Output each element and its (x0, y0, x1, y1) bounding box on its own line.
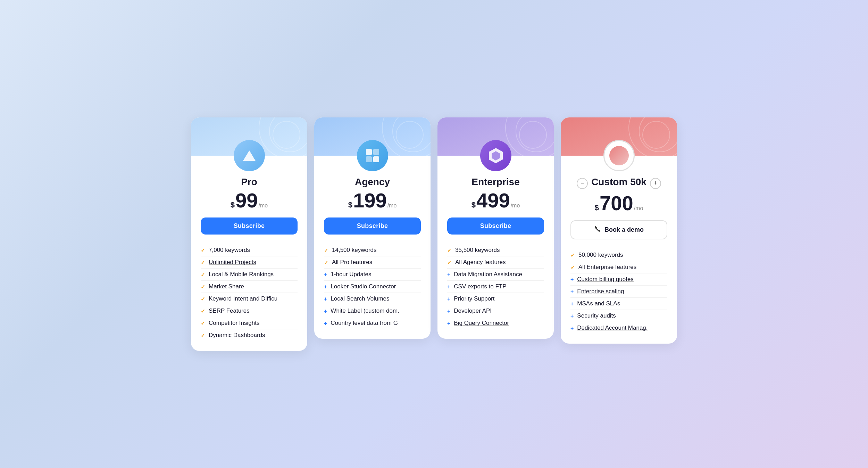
price-amount: 199 (353, 190, 387, 211)
feature-item: + White Label (custom dom. (324, 305, 421, 317)
card-body: − Custom 50k + $ 700 /mo Book a demo ✓ 5… (561, 156, 677, 344)
check-icon: ✓ (447, 247, 452, 254)
feature-text: Competitor Insights (209, 320, 298, 327)
plan-icon-pro (234, 140, 265, 171)
feature-text: Dedicated Account Manag. (577, 325, 667, 331)
card-header (314, 117, 431, 156)
feature-item: + Dedicated Account Manag. (570, 322, 667, 334)
check-icon: ✓ (447, 260, 452, 266)
subscribe-button[interactable]: Subscribe (447, 217, 544, 235)
feature-text: Security audits (577, 312, 667, 319)
plus-icon: + (447, 320, 450, 327)
feature-text: Keyword Intent and Difficu (209, 295, 298, 302)
feature-text: Country level data from G (331, 320, 421, 327)
feature-item: ✓ SERP Features (201, 305, 298, 317)
price-amount: 99 (235, 190, 258, 211)
plus-icon: + (570, 313, 574, 319)
decrement-button[interactable]: − (577, 178, 588, 189)
custom-plan-header: − Custom 50k + (570, 176, 667, 190)
card-header (561, 117, 677, 156)
check-icon: ✓ (570, 264, 575, 271)
subscribe-button[interactable]: Subscribe (324, 217, 421, 235)
check-icon: ✓ (570, 252, 575, 258)
check-icon: ✓ (324, 247, 328, 254)
feature-item: ✓ 7,000 keywords (201, 244, 298, 256)
svg-rect-3 (373, 156, 379, 162)
plan-price: $ 99 /mo (201, 190, 298, 211)
pricing-card-agency: Agency $ 199 /mo Subscribe ✓ 14,500 keyw… (314, 117, 431, 339)
check-icon: ✓ (201, 332, 205, 339)
price-amount: 700 (600, 193, 633, 213)
plan-name: Enterprise (447, 176, 544, 188)
feature-text: All Pro features (332, 259, 421, 266)
svg-rect-1 (373, 149, 379, 155)
feature-text: Market Share (209, 283, 298, 290)
svg-rect-0 (366, 149, 372, 155)
card-header (437, 117, 554, 156)
plus-icon: + (447, 272, 450, 278)
feature-list: ✓ 14,500 keywords ✓ All Pro features + 1… (324, 244, 421, 329)
price-period: /mo (259, 203, 268, 209)
feature-text: Developer API (454, 307, 544, 314)
feature-list: ✓ 35,500 keywords ✓ All Agency features … (447, 244, 544, 329)
plus-icon: + (324, 296, 327, 302)
pricing-container: Pro $ 99 /mo Subscribe ✓ 7,000 keywords … (191, 117, 677, 351)
increment-button[interactable]: + (650, 178, 661, 189)
feature-text: All Enterprise features (578, 264, 667, 271)
check-icon: ✓ (201, 260, 205, 266)
plus-icon: + (324, 272, 327, 278)
feature-item: + CSV exports to FTP (447, 281, 544, 293)
feature-item: + Data Migration Assistance (447, 269, 544, 281)
feature-item: + Looker Studio Connector (324, 281, 421, 293)
feature-text: Local Search Volumes (331, 295, 421, 302)
check-icon: ✓ (201, 272, 205, 278)
demo-button[interactable]: Book a demo (570, 220, 667, 239)
feature-text: Local & Mobile Rankings (209, 271, 298, 278)
check-icon: ✓ (201, 284, 205, 290)
check-icon: ✓ (201, 296, 205, 302)
price-period: /mo (387, 203, 397, 209)
feature-text: 1-hour Updates (331, 271, 421, 278)
price-dollar: $ (471, 200, 476, 210)
feature-item: ✓ All Enterprise features (570, 261, 667, 273)
feature-item: ✓ 14,500 keywords (324, 244, 421, 256)
price-amount: 499 (476, 190, 510, 211)
plus-icon: + (324, 284, 327, 290)
check-icon: ✓ (324, 260, 328, 266)
feature-text: All Agency features (455, 259, 544, 266)
feature-item: + 1-hour Updates (324, 269, 421, 281)
subscribe-button[interactable]: Subscribe (201, 217, 298, 235)
feature-item: ✓ Keyword Intent and Difficu (201, 293, 298, 305)
feature-item: ✓ Local & Mobile Rankings (201, 269, 298, 281)
plus-icon: + (447, 296, 450, 302)
pricing-card-pro: Pro $ 99 /mo Subscribe ✓ 7,000 keywords … (191, 117, 307, 351)
feature-text: SERP Features (209, 307, 298, 314)
feature-item: + Country level data from G (324, 317, 421, 329)
phone-icon (594, 225, 601, 234)
plan-icon-custom (603, 140, 635, 171)
feature-item: + Enterprise scaling (570, 286, 667, 298)
feature-item: ✓ 35,500 keywords (447, 244, 544, 256)
price-dollar: $ (595, 203, 599, 212)
plus-icon: + (324, 308, 327, 314)
plan-price: $ 199 /mo (324, 190, 421, 211)
feature-item: + MSAs and SLAs (570, 298, 667, 310)
feature-text: Looker Studio Connector (331, 283, 421, 290)
demo-button-label: Book a demo (604, 226, 644, 233)
svg-rect-2 (366, 156, 372, 162)
plus-icon: + (447, 308, 450, 314)
plan-price: $ 499 /mo (447, 190, 544, 211)
card-body: Enterprise $ 499 /mo Subscribe ✓ 35,500 … (437, 156, 554, 339)
feature-item: ✓ Dynamic Dashboards (201, 329, 298, 341)
feature-item: ✓ Unlimited Projects (201, 256, 298, 269)
check-icon: ✓ (201, 308, 205, 314)
feature-text: 7,000 keywords (209, 247, 298, 254)
feature-item: ✓ 50,000 keywords (570, 249, 667, 261)
feature-text: Priority Support (454, 295, 544, 302)
feature-item: + Security audits (570, 310, 667, 322)
feature-item: + Local Search Volumes (324, 293, 421, 305)
check-icon: ✓ (201, 247, 205, 254)
pricing-card-enterprise: Enterprise $ 499 /mo Subscribe ✓ 35,500 … (437, 117, 554, 339)
feature-text: Unlimited Projects (209, 259, 298, 266)
plan-icon-agency (357, 140, 388, 171)
